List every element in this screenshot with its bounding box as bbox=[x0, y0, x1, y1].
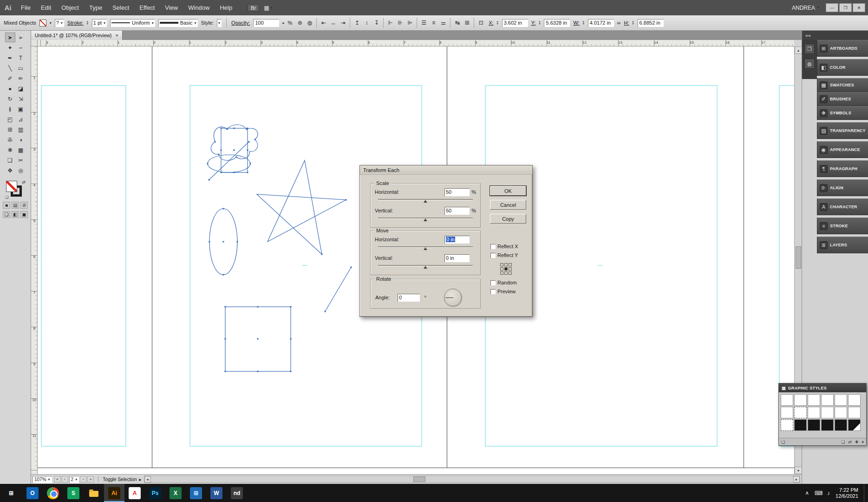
graphic-style-swatch[interactable] bbox=[781, 419, 793, 431]
move-horizontal-slider[interactable] bbox=[378, 245, 473, 250]
show-desktop-button[interactable] bbox=[864, 484, 866, 502]
menu-view[interactable]: View bbox=[160, 0, 183, 15]
x-stepper[interactable]: ▴▾ bbox=[497, 20, 498, 25]
excel-icon[interactable]: X bbox=[165, 484, 186, 502]
panel-button-brushes[interactable]: ✐BRUSHES bbox=[817, 92, 868, 106]
panel-button-align[interactable]: ⊪ALIGN bbox=[817, 179, 868, 196]
stroke-weight-combo[interactable]: 1 pt ▾ bbox=[92, 19, 107, 27]
lasso-tool[interactable]: ∽ bbox=[16, 43, 26, 53]
transform-reference-icon[interactable]: ⊡ bbox=[476, 19, 485, 27]
paintbrush-tool[interactable]: ✐ bbox=[5, 73, 15, 83]
width-profile-combo[interactable]: Uniform ▾ bbox=[110, 19, 155, 27]
eyedropper-tool[interactable]: ✇ bbox=[5, 135, 15, 145]
direct-selection-tool[interactable]: ➢ bbox=[16, 33, 26, 42]
pen-tool[interactable]: ✒ bbox=[5, 53, 15, 63]
ruler-corner[interactable] bbox=[31, 40, 38, 46]
eraser-tool[interactable]: ◪ bbox=[16, 84, 26, 93]
menu-type[interactable]: Type bbox=[84, 0, 107, 15]
graphic-style-swatch[interactable] bbox=[835, 419, 847, 431]
scale-vertical-slider[interactable] bbox=[378, 217, 473, 221]
align-bottom-icon[interactable]: ↧ bbox=[372, 19, 381, 27]
close-icon[interactable]: ✕ bbox=[115, 33, 118, 38]
scale-vertical-field[interactable]: 50 bbox=[444, 207, 470, 215]
distribute-left-icon[interactable]: ⊩ bbox=[386, 19, 395, 27]
menu-edit[interactable]: Edit bbox=[36, 0, 56, 15]
nd-icon[interactable]: nd bbox=[227, 484, 247, 502]
canvas-shape-line[interactable] bbox=[325, 267, 351, 311]
blend-tool[interactable]: ◑ bbox=[16, 135, 26, 145]
illustrator-icon[interactable]: Ai bbox=[104, 484, 124, 502]
shape-mode-icon[interactable]: ◍ bbox=[305, 19, 314, 27]
fill-none-swatch[interactable] bbox=[39, 20, 46, 26]
scroll-up-icon[interactable]: ▴ bbox=[795, 46, 802, 54]
panel-button-symbols[interactable]: ❖SYMBOLS bbox=[817, 106, 868, 120]
default-colors-icon[interactable]: ❏ bbox=[5, 195, 8, 199]
menu-effect[interactable]: Effect bbox=[134, 0, 160, 15]
panel-button-color[interactable]: ◧COLOR bbox=[817, 59, 868, 76]
panel-button-stroke[interactable]: ≡STROKE bbox=[817, 218, 868, 234]
panel-button-paragraph[interactable]: ¶PARAGRAPH bbox=[817, 160, 868, 177]
blob-brush-tool[interactable]: ● bbox=[5, 84, 15, 93]
panel-button-character[interactable]: ACHARACTER bbox=[817, 198, 868, 215]
recolor-artwork-icon[interactable]: ⊛ bbox=[295, 19, 304, 27]
scroll-left-icon[interactable]: ◂ bbox=[144, 476, 151, 482]
status-menu-arrow[interactable]: ▸ bbox=[139, 477, 142, 482]
graphic-style-swatch[interactable] bbox=[821, 394, 834, 406]
panel-button-appearance[interactable]: ◉APPEARANCE bbox=[817, 141, 868, 158]
distribute-space-icon[interactable]: ↹ bbox=[453, 19, 462, 27]
delete-style-icon[interactable]: ▾ bbox=[861, 440, 864, 444]
reflect-y-checkbox[interactable] bbox=[490, 253, 496, 258]
prev-artboard-button[interactable]: ‹ bbox=[62, 476, 68, 482]
align-to-icon[interactable]: ⊞ bbox=[463, 19, 471, 27]
none-mode-icon[interactable]: ⊘ bbox=[20, 202, 28, 209]
graphic-style-swatch[interactable] bbox=[821, 419, 834, 431]
align-top-icon[interactable]: ↥ bbox=[352, 19, 361, 27]
panel-button-transparency[interactable]: ▨TRANSPARENCY bbox=[817, 122, 868, 139]
slice-tool[interactable]: ✂ bbox=[16, 155, 26, 165]
panel-button-swatches[interactable]: ▦SWATCHES bbox=[817, 78, 868, 92]
menu-object[interactable]: Object bbox=[56, 0, 84, 15]
next-artboard-button[interactable]: › bbox=[80, 476, 86, 482]
draw-behind-icon[interactable]: ◧ bbox=[12, 211, 19, 218]
stroke-weight-stepper[interactable]: ▴▾ bbox=[87, 20, 88, 25]
vertical-scrollbar-thumb[interactable] bbox=[796, 246, 801, 269]
pencil-tool[interactable]: ✏ bbox=[16, 73, 26, 83]
move-vertical-slider[interactable] bbox=[378, 264, 473, 268]
outlook-icon[interactable]: O bbox=[22, 484, 43, 502]
new-style-icon[interactable]: ✚ bbox=[855, 440, 859, 444]
panel-button-artboards[interactable]: ⊞ARTBOARDS bbox=[817, 40, 868, 57]
artboard-tool[interactable]: ❏ bbox=[5, 155, 15, 165]
brush-definition-combo[interactable]: Basic ▾ bbox=[158, 19, 198, 27]
file-explorer-icon[interactable] bbox=[84, 484, 104, 502]
draw-normal-icon[interactable]: ❏ bbox=[3, 211, 10, 218]
graphic-style-swatch[interactable] bbox=[781, 407, 793, 418]
distribute-bottom-icon[interactable]: ⚌ bbox=[439, 19, 448, 27]
width-tool[interactable]: ≬ bbox=[5, 104, 15, 114]
user-account-button[interactable]: ANDREA ▾ bbox=[792, 5, 819, 11]
scale-horizontal-field[interactable]: 50 bbox=[444, 188, 470, 196]
perspective-grid-tool[interactable]: ⊿ bbox=[16, 114, 26, 124]
reflect-x-checkbox[interactable] bbox=[490, 244, 496, 249]
break-link-icon[interactable]: ⇄ bbox=[848, 440, 852, 444]
graphic-style-swatch[interactable] bbox=[835, 407, 847, 418]
zoom-tool[interactable]: ◎ bbox=[16, 165, 26, 175]
style-help-combo[interactable]: ? ▾ bbox=[55, 19, 64, 27]
hand-tool[interactable]: ✥ bbox=[5, 165, 15, 175]
collapsed-panel-icon-a[interactable]: ❐ bbox=[804, 44, 815, 54]
type-tool[interactable]: T bbox=[16, 53, 26, 63]
distribute-middle-icon[interactable]: ≡ bbox=[429, 19, 438, 27]
status-menu-arrow[interactable]: ▸ bbox=[282, 21, 284, 25]
close-button[interactable]: ✕ bbox=[853, 3, 865, 12]
photoshop-icon[interactable]: Ps bbox=[145, 484, 165, 502]
rotate-tool[interactable]: ↻ bbox=[5, 94, 15, 104]
opacity-link[interactable]: Opacity: bbox=[231, 20, 250, 26]
menu-help[interactable]: Help bbox=[215, 0, 237, 15]
canvas-shape-diagonal[interactable] bbox=[209, 142, 249, 180]
distribute-center-icon[interactable]: ⊪ bbox=[396, 19, 405, 27]
h-stepper[interactable]: ▴▾ bbox=[633, 20, 634, 25]
y-field[interactable]: 5.6328 in bbox=[544, 19, 570, 27]
scale-horizontal-slider[interactable] bbox=[378, 198, 473, 202]
tray-volume-icon[interactable]: ♪ bbox=[827, 490, 830, 496]
h-label[interactable]: H: bbox=[624, 20, 629, 26]
graphic-style-swatch[interactable] bbox=[835, 394, 847, 406]
